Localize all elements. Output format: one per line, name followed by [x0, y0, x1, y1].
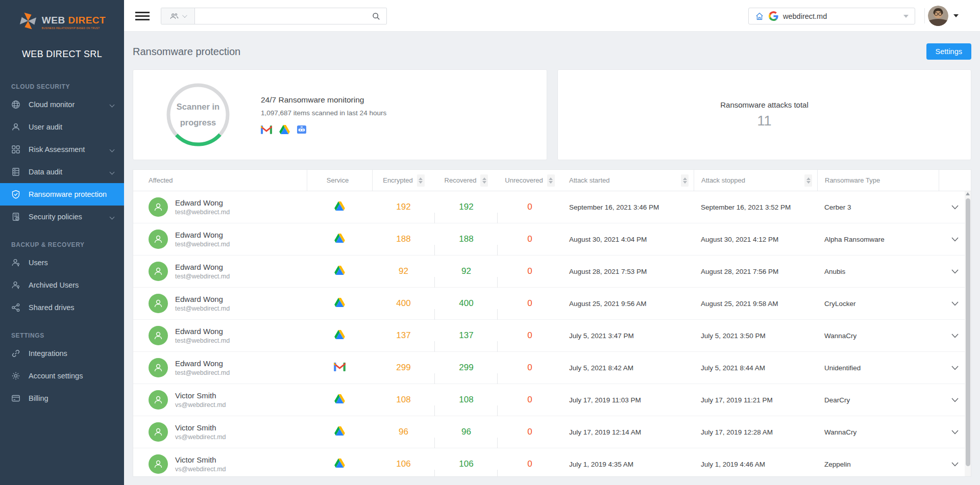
- page-title: Ransomware protection: [133, 46, 240, 58]
- affected-email: test@webdirect.md: [175, 369, 230, 376]
- account-menu[interactable]: [928, 6, 959, 26]
- table-row: Edward Wong test@webdirect.md: [133, 256, 971, 288]
- table-scrollbar[interactable]: [965, 191, 971, 476]
- affected-email: vs@webdirect.md: [175, 401, 226, 409]
- service-cell: [307, 330, 372, 341]
- service-cell: [307, 298, 372, 309]
- shield-check-icon: [11, 190, 20, 199]
- sidebar-item-integrations[interactable]: Integrations: [0, 342, 124, 365]
- search-icon[interactable]: [372, 12, 380, 20]
- topbar: webdirect.md: [124, 0, 980, 32]
- sort-recovered[interactable]: [480, 174, 488, 187]
- sort-attack-stopped[interactable]: [804, 174, 812, 187]
- unrecovered-count: 0: [527, 363, 532, 373]
- data-audit-icon: [11, 167, 20, 176]
- encrypted-count: 400: [396, 298, 410, 309]
- row-expand-chevron-icon[interactable]: [951, 301, 959, 306]
- table-row: Edward Wong test@webdirect.md: [133, 191, 971, 223]
- sidebar-item-user-audit[interactable]: User audit: [0, 116, 124, 138]
- recovered-count: 92: [461, 266, 471, 276]
- col-encrypted: Encrypted: [383, 176, 413, 184]
- attack-started-date: July 17, 2019 12:14 AM: [569, 428, 641, 436]
- sidebar-item-cloud-monitor[interactable]: Cloud monitor: [0, 93, 124, 116]
- affected-name: Victor Smith: [175, 423, 226, 432]
- sidebar-item-risk-assessment[interactable]: Risk Assessment: [0, 138, 124, 161]
- attack-started-date: August 28, 2021 7:53 PM: [569, 268, 647, 275]
- settings-button[interactable]: Settings: [926, 43, 971, 60]
- row-expand-chevron-icon[interactable]: [951, 237, 959, 242]
- row-expand-chevron-icon[interactable]: [951, 205, 959, 210]
- drive-service-icon: [334, 266, 345, 277]
- ransomware-type: WannaCry: [824, 332, 856, 340]
- user-icon: [11, 122, 20, 132]
- affected-email: vs@webdirect.md: [175, 433, 226, 441]
- service-cell: [307, 394, 372, 405]
- unrecovered-count: 0: [527, 427, 532, 437]
- domain-selector[interactable]: webdirect.md: [748, 8, 915, 24]
- nav-section-title: BACKUP & RECOVERY: [11, 241, 124, 248]
- ransomware-type: Unidentified: [824, 364, 861, 372]
- attack-stopped-date: August 28, 2021 7:56 PM: [701, 268, 778, 275]
- table-row: Victor Smith vs@webdirect.md: [133, 448, 971, 477]
- sort-encrypted[interactable]: [417, 174, 425, 187]
- encrypted-count: 106: [396, 459, 410, 469]
- table-row: Edward Wong test@webdirect.md: [133, 288, 971, 320]
- avatar[interactable]: [928, 6, 948, 26]
- user-avatar-icon: [149, 229, 168, 249]
- sidebar-item-users[interactable]: Users: [0, 251, 124, 274]
- billing-icon: [11, 394, 20, 403]
- hamburger-menu-icon[interactable]: [135, 12, 150, 20]
- logo-text-web: WEB: [42, 15, 65, 25]
- row-expand-chevron-icon[interactable]: [951, 366, 959, 370]
- table-row: Edward Wong test@webdirect.md: [133, 320, 971, 352]
- affected-email: vs@webdirect.md: [175, 466, 226, 473]
- drive-service-icon: [334, 458, 345, 470]
- drive-service-icon: [334, 330, 345, 341]
- monitoring-card: Scanner in progress 24/7 Ransomware moni…: [133, 69, 547, 160]
- row-expand-chevron-icon[interactable]: [951, 269, 959, 274]
- share-icon: [11, 303, 20, 312]
- affected-name: Edward Wong: [175, 263, 230, 271]
- unrecovered-count: 0: [527, 234, 532, 244]
- table-row: Edward Wong test@webdirect.md: [133, 223, 971, 256]
- domain-label: webdirect.md: [783, 12, 899, 20]
- scroll-up-arrow-icon[interactable]: [966, 192, 970, 195]
- sidebar-item-account-settings[interactable]: Account settings: [0, 365, 124, 387]
- col-affected: Affected: [149, 176, 173, 184]
- logo: WEB DIRECT BUSINESS RELATIONSHIP BASED O…: [0, 11, 124, 33]
- sidebar-item-shared-drives[interactable]: Shared drives: [0, 296, 124, 319]
- encrypted-count: 96: [399, 427, 408, 437]
- sidebar-item-ransomware-protection[interactable]: Ransomware protection: [0, 183, 124, 206]
- main-content: Ransomware protection Settings Scanner i…: [124, 32, 980, 485]
- drive-service-icon: [334, 234, 345, 245]
- drive-service-icon: [334, 394, 345, 405]
- scrollbar-thumb[interactable]: [966, 198, 970, 466]
- attack-started-date: July 5, 2021 8:42 AM: [569, 364, 633, 372]
- service-cell: [307, 201, 372, 213]
- sort-unrecovered[interactable]: [547, 174, 555, 187]
- sort-attack-started[interactable]: [681, 174, 689, 187]
- sidebar-item-security-policies[interactable]: Security policies: [0, 206, 124, 228]
- user-avatar-icon: [149, 454, 168, 474]
- table-body: Edward Wong test@webdirect.md: [133, 191, 971, 477]
- row-expand-chevron-icon[interactable]: [951, 462, 959, 467]
- drive-service-icon: [279, 125, 290, 134]
- sidebar-item-archived-users[interactable]: Archived Users: [0, 274, 124, 296]
- row-expand-chevron-icon[interactable]: [951, 398, 959, 402]
- attack-stopped-date: July 17, 2019 11:21 PM: [701, 396, 773, 404]
- topbar-divider: [924, 8, 925, 23]
- search-box: [161, 8, 387, 24]
- workspace-robot-icon: [297, 125, 306, 134]
- col-unrecovered: Unrecovered: [505, 176, 543, 184]
- search-input[interactable]: [195, 8, 386, 24]
- sidebar-item-billing[interactable]: Billing: [0, 387, 124, 410]
- recovered-count: 108: [459, 395, 473, 405]
- home-icon: [755, 12, 764, 21]
- affected-name: Victor Smith: [175, 455, 226, 464]
- search-scope-dropdown[interactable]: [161, 8, 195, 24]
- affected-name: Edward Wong: [175, 231, 230, 239]
- sidebar-item-data-audit[interactable]: Data audit: [0, 161, 124, 183]
- row-expand-chevron-icon[interactable]: [951, 334, 959, 338]
- row-expand-chevron-icon[interactable]: [951, 430, 959, 435]
- attack-started-date: July 1, 2019 4:35 AM: [569, 461, 633, 468]
